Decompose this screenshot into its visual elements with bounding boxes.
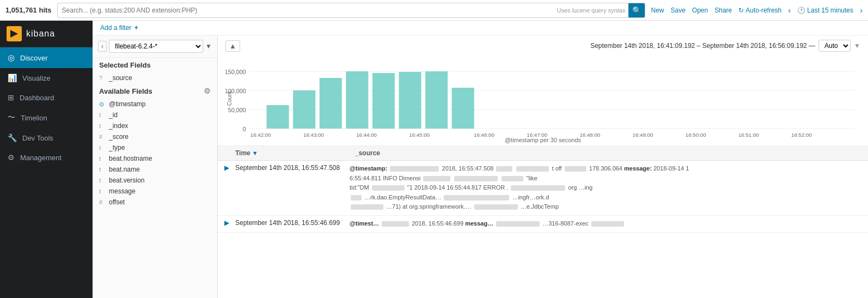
svg-rect-10 — [293, 90, 315, 129]
svg-text:16:42:00: 16:42:00 — [250, 132, 271, 138]
add-filter-button[interactable]: Add a filter + — [100, 24, 138, 32]
svg-text:16:49:00: 16:49:00 — [633, 132, 653, 138]
time-range-display[interactable]: 🕐 Last 15 minutes — [797, 7, 853, 14]
sidebar-item-devtools[interactable]: 🔧 Dev Tools — [0, 128, 93, 148]
sidebar-nav: ◎ Discover 📊 Visualize ⊞ Dashboard 〜 Tim… — [0, 47, 93, 167]
sidebar-item-visualize[interactable]: 📊 Visualize — [0, 68, 93, 88]
sidebar-item-management[interactable]: ⚙ Management — [0, 148, 93, 167]
interval-dropdown-icon: ▼ — [854, 42, 860, 50]
svg-text:16:46:00: 16:46:00 — [474, 132, 494, 138]
svg-text:50,000: 50,000 — [228, 107, 246, 113]
bar-chart-icon: 📊 — [8, 74, 17, 82]
table-row: ▶ September 14th 2018, 16:55:47.508 @tim… — [218, 161, 868, 216]
field-item-index[interactable]: t _index — [93, 120, 217, 131]
field-item-beat-hostname[interactable]: t beat.hostname — [93, 153, 217, 164]
svg-text:0: 0 — [243, 126, 246, 132]
index-dropdown-button[interactable]: ▼ — [205, 42, 212, 50]
prev-nav-button[interactable]: ‹ — [788, 5, 791, 15]
save-button[interactable]: Save — [671, 7, 686, 14]
result-time-2: September 14th 2018, 16:55:46.699 — [235, 219, 350, 227]
svg-rect-11 — [320, 78, 342, 129]
new-button[interactable]: New — [651, 7, 664, 14]
type-type-icon: t — [99, 144, 106, 151]
svg-text:Count: Count — [226, 92, 232, 106]
wrench-icon: 🔧 — [8, 133, 17, 142]
time-col-header[interactable]: Time ▼ — [235, 149, 355, 157]
sort-icon: ▼ — [252, 150, 258, 156]
compass-icon: ◎ — [8, 53, 15, 63]
svg-marker-0 — [10, 30, 18, 38]
svg-text:150,000: 150,000 — [225, 69, 246, 75]
svg-text:16:50:00: 16:50:00 — [686, 132, 706, 138]
sidebar-item-discover[interactable]: ◎ Discover — [0, 47, 93, 68]
source-field-name: _source — [109, 74, 132, 82]
next-nav-button[interactable]: › — [860, 5, 863, 15]
svg-text:16:51:00: 16:51:00 — [738, 132, 759, 138]
available-fields-section: Available Fields ⚙ ⊙ @timestamp t _id t … — [93, 83, 217, 208]
row-expand-button-1[interactable]: ▶ — [224, 164, 232, 172]
kibana-logo-icon — [7, 26, 22, 41]
chart-collapse-button[interactable]: ▲ — [225, 40, 240, 52]
offset-type-icon: # — [99, 199, 106, 205]
date-range-text: September 14th 2018, 16:41:09.192 – Sept… — [590, 42, 815, 50]
index-pattern-select[interactable]: filebeat-6.2.4-* — [109, 40, 203, 53]
row-expand-button-2[interactable]: ▶ — [224, 219, 232, 227]
available-fields-header: Available Fields — [99, 87, 152, 95]
svg-text:16:52:00: 16:52:00 — [791, 132, 812, 138]
fields-settings-icon[interactable]: ⚙ — [204, 87, 211, 95]
search-button[interactable]: 🔍 — [628, 3, 645, 18]
collapse-sidebar-button[interactable]: ‹ — [98, 41, 107, 52]
hits-count: 1,051,761 hits — [5, 6, 52, 14]
svg-text:16:45:00: 16:45:00 — [409, 132, 430, 138]
field-item-timestamp[interactable]: ⊙ @timestamp — [93, 99, 217, 110]
field-item-id[interactable]: t _id — [93, 110, 217, 120]
open-button[interactable]: Open — [692, 7, 708, 14]
svg-rect-12 — [346, 71, 368, 129]
field-item-type[interactable]: t _type — [93, 142, 217, 153]
interval-select[interactable]: Auto — [818, 40, 851, 52]
field-item-offset[interactable]: # offset — [93, 197, 217, 208]
share-button[interactable]: Share — [714, 7, 732, 14]
svg-rect-15 — [425, 71, 448, 129]
svg-text:16:43:00: 16:43:00 — [303, 132, 324, 138]
wave-icon: 〜 — [8, 113, 15, 123]
plus-icon: + — [135, 24, 138, 32]
result-source-1: @timestamp: 2018, 16:55:47.508 t off 178… — [350, 164, 861, 212]
beat-hostname-type-icon: t — [99, 155, 106, 162]
beat-name-type-icon: t — [99, 166, 106, 173]
auto-refresh-button[interactable]: ↻ Auto-refresh — [738, 7, 781, 14]
results-area: Time ▼ _source ▶ September 14th 2018, 16… — [218, 146, 868, 298]
id-type-icon: t — [99, 112, 106, 118]
sidebar-item-dashboard[interactable]: ⊞ Dashboard — [0, 88, 93, 107]
result-source-2: @timest… 2018, 16:55:46.699 messag… …316… — [350, 219, 861, 229]
histogram-chart: 0 50,000 100,000 150,000 — [225, 55, 860, 143]
sidebar-item-timelion[interactable]: 〜 Timelion — [0, 107, 93, 128]
svg-rect-14 — [399, 72, 421, 129]
score-type-icon: # — [99, 133, 106, 140]
beat-version-type-icon: t — [99, 177, 106, 184]
clock-icon: 🕐 — [797, 7, 805, 14]
field-item-message[interactable]: t message — [93, 186, 217, 197]
svg-rect-16 — [452, 88, 474, 129]
timestamp-type-icon: ⊙ — [99, 101, 106, 108]
result-time-1: September 14th 2018, 16:55:47.508 — [235, 164, 350, 172]
svg-text:16:48:00: 16:48:00 — [579, 132, 600, 138]
source-type-icon: ? — [99, 75, 106, 81]
lucene-hint: Uses lucene query syntax — [554, 7, 629, 14]
search-input[interactable] — [58, 7, 554, 14]
field-item-beat-name[interactable]: t beat.name — [93, 164, 217, 175]
field-item-source[interactable]: ? _source — [93, 72, 217, 83]
field-item-beat-version[interactable]: t beat.version — [93, 175, 217, 186]
gear-icon: ⚙ — [8, 153, 15, 162]
svg-text:16:44:00: 16:44:00 — [356, 132, 377, 138]
selected-fields-header: Selected Fields — [99, 61, 151, 69]
svg-rect-9 — [267, 105, 289, 129]
field-item-score[interactable]: # _score — [93, 131, 217, 142]
selected-fields-section: Selected Fields ? _source — [93, 58, 217, 83]
refresh-icon: ↻ — [738, 7, 744, 14]
message-type-icon: t — [99, 188, 106, 194]
index-type-icon: t — [99, 123, 106, 129]
grid-icon: ⊞ — [8, 93, 14, 102]
table-row: ▶ September 14th 2018, 16:55:46.699 @tim… — [218, 216, 868, 233]
svg-rect-13 — [372, 73, 395, 129]
